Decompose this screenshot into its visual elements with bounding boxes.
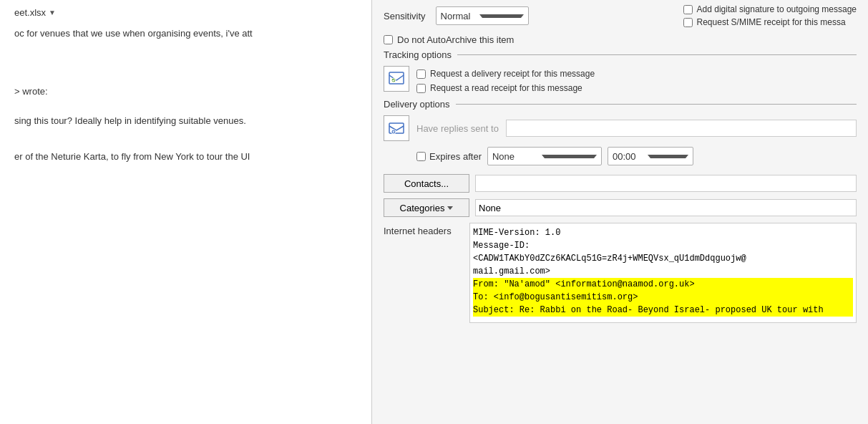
intro-text: oc for venues that we use when organisin… (14, 26, 357, 42)
expires-dropdown[interactable]: None (487, 147, 602, 165)
delivery-receipt-row: Request a delivery receipt for this mess… (416, 69, 595, 79)
expires-arrow-icon (542, 155, 597, 158)
header-line: Subject: Re: Rabbi on the Road- Beyond I… (473, 304, 853, 317)
categories-button[interactable]: Categories (384, 198, 469, 217)
body-text-1: sing this tour? Ideally help in identify… (14, 114, 357, 129)
autoarchive-label: Do not AutoArchive this item (397, 34, 514, 45)
tracking-icon (384, 66, 409, 92)
digital-signature-label: Add digital signature to outgoing messag… (697, 4, 857, 14)
file-bar: eet.xlsx ▼ (14, 7, 357, 18)
left-panel: eet.xlsx ▼ oc for venues that we use whe… (0, 0, 372, 424)
delivery-receipt-checkbox[interactable] (416, 69, 426, 79)
expires-checkbox[interactable] (416, 152, 426, 161)
security-checkboxes: Add digital signature to outgoing messag… (683, 4, 857, 27)
contacts-button[interactable]: Contacts... (384, 174, 469, 193)
body-text-2: er of the Neturie Karta, to fly from New… (14, 150, 357, 165)
expires-label: Expires after (429, 151, 482, 162)
internet-headers-label: Internet headers (384, 223, 462, 236)
filename-label: eet.xlsx (14, 7, 46, 18)
replies-input[interactable] (506, 120, 857, 137)
smime-receipt-label: Request S/MIME receipt for this messa (697, 17, 846, 27)
header-line: Message-ID: (473, 239, 853, 252)
smime-receipt-row: Request S/MIME receipt for this messa (683, 17, 857, 27)
header-line: <CADW1TAKbY0dZCz6KACLq51G=zR4j+WMEQVsx_q… (473, 252, 853, 265)
tracking-section: Tracking options Request a delivery rece… (384, 49, 857, 96)
delivery-body: Have replies sent to (384, 112, 857, 144)
tracking-body: Request a delivery receipt for this mess… (384, 63, 857, 96)
wrote-line: > wrote: (14, 85, 357, 100)
expires-value: None (492, 151, 542, 162)
smime-receipt-checkbox[interactable] (683, 18, 693, 27)
chevron-down-icon: ▼ (49, 9, 56, 16)
delivery-receipt-label: Request a delivery receipt for this mess… (430, 69, 595, 79)
right-panel: Sensitivity Normal Add digital signature… (372, 0, 868, 424)
digital-signature-row: Add digital signature to outgoing messag… (683, 4, 857, 14)
tracking-title: Tracking options (384, 49, 857, 60)
time-dropdown[interactable]: 00:00 (608, 147, 693, 165)
categories-label: Categories (400, 203, 445, 213)
time-value: 00:00 (613, 151, 648, 162)
time-arrow-icon (648, 155, 688, 158)
header-line: mail.gmail.com> (473, 265, 853, 278)
internet-headers-row: Internet headers MIME-Version: 1.0Messag… (372, 220, 868, 424)
autoarchive-row: Do not AutoArchive this item (372, 30, 868, 49)
autoarchive-checkbox[interactable] (384, 35, 393, 44)
header-line: To: <info@bogusantisemitism.org> (473, 291, 853, 304)
tracking-checkboxes: Request a delivery receipt for this mess… (416, 66, 595, 93)
sensitivity-dropdown[interactable]: Normal (436, 6, 529, 25)
contacts-row: Contacts... (372, 171, 868, 196)
read-receipt-row: Request a read receipt for this message (416, 83, 595, 93)
expires-label-wrap: Expires after (416, 151, 482, 162)
categories-value: None (475, 199, 857, 216)
read-receipt-checkbox[interactable] (416, 84, 426, 93)
left-content: oc for venues that we use when organisin… (14, 26, 357, 165)
sensitivity-label: Sensitivity (384, 11, 426, 21)
delivery-section: Delivery options Have replies sent to Ex… (384, 99, 857, 168)
sensitivity-value: Normal (441, 11, 479, 21)
replies-label: Have replies sent to (416, 123, 499, 134)
header-line: From: "Na'amod" <information@naamod.org.… (473, 278, 853, 291)
headers-textarea[interactable]: MIME-Version: 1.0Message-ID:<CADW1TAKbY0… (469, 223, 857, 323)
delivery-icon (384, 115, 409, 141)
delivery-title: Delivery options (384, 99, 857, 110)
contacts-input[interactable] (475, 175, 857, 192)
header-line: MIME-Version: 1.0 (473, 226, 853, 239)
svg-rect-0 (389, 72, 404, 84)
sensitivity-arrow-icon (479, 14, 524, 18)
sensitivity-row: Sensitivity Normal Add digital signature… (372, 0, 868, 30)
categories-row: Categories None (372, 196, 868, 220)
digital-signature-checkbox[interactable] (683, 5, 693, 14)
expires-row: Expires after None 00:00 (384, 144, 857, 168)
read-receipt-label: Request a read receipt for this message (430, 83, 582, 93)
categories-arrow-icon (447, 206, 453, 210)
